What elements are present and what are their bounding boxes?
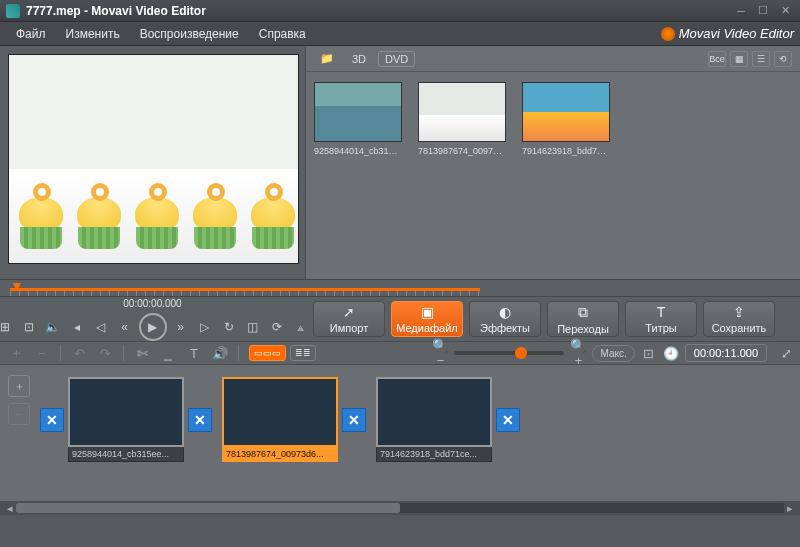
media-toolbar: 📁 3D DVD Все ▦ ☰ ⟲ <box>306 46 800 72</box>
tab-label: Переходы <box>557 323 609 335</box>
play-button[interactable]: ▶ <box>139 313 167 341</box>
mute-button[interactable]: 🔈 <box>43 317 63 337</box>
fit-button[interactable]: ⊡ <box>641 346 657 361</box>
window-title: 7777.mep - Movavi Video Editor <box>26 4 206 18</box>
media-clip-caption: 7813987674_00973d6d... <box>418 146 506 156</box>
media-clip[interactable]: 7813987674_00973d6d... <box>418 82 506 156</box>
filter-all-button[interactable]: Все <box>708 51 726 67</box>
timeline-view-button[interactable]: ≣≣ <box>290 345 316 361</box>
add-track-button[interactable]: ＋ <box>8 344 24 362</box>
close-button[interactable]: ✕ <box>776 4 794 18</box>
view-link-button[interactable]: ⟲ <box>774 51 792 67</box>
titles-icon: T <box>657 304 666 320</box>
minimize-button[interactable]: ─ <box>732 4 750 18</box>
tab-label: Титры <box>645 322 676 334</box>
tab-label: Эффекты <box>480 322 530 334</box>
tab-label: Импорт <box>330 322 368 334</box>
zoom-slider[interactable] <box>454 351 564 355</box>
timeline-clip-caption: 7813987674_00973d6... <box>222 447 338 462</box>
tab-label: Сохранить <box>712 322 767 334</box>
mode-a-button[interactable]: ⊞ <box>0 317 15 337</box>
media-clip-caption: 9258944014_cb315eef1... <box>314 146 402 156</box>
timeline-clip-caption: 7914623918_bdd71ce... <box>376 447 492 462</box>
brand-label: Movavi Video Editor <box>661 26 794 41</box>
folder-button[interactable]: 📁 <box>314 50 340 67</box>
menu-file[interactable]: Файл <box>6 24 56 44</box>
media-clip[interactable]: 7914623918_bdd71ce... <box>522 82 610 156</box>
zoom-out-button[interactable]: 🔍− <box>432 338 448 368</box>
rewind-button[interactable]: « <box>115 317 135 337</box>
tab-effects[interactable]: ◐ Эффекты <box>469 301 541 337</box>
menu-bar: Файл Изменить Воспроизведение Справка Mo… <box>0 22 800 46</box>
preview-viewport[interactable] <box>8 54 299 264</box>
timeline-clip-caption: 9258944014_cb315ee... <box>68 447 184 462</box>
tab-transitions[interactable]: ⧉ Переходы <box>547 301 619 337</box>
brand-icon <box>661 27 675 41</box>
transition-slot[interactable]: ✕ <box>342 408 366 432</box>
zoom-in-button[interactable]: 🔍+ <box>570 338 586 368</box>
tab-media[interactable]: ▣ Медиафайл <box>391 301 463 337</box>
tab-titles[interactable]: T Титры <box>625 301 697 337</box>
brand-text: Movavi Video Editor <box>679 26 794 41</box>
dvd-button[interactable]: DVD <box>378 51 415 67</box>
transition-slot[interactable]: ✕ <box>496 408 520 432</box>
timeline-clip[interactable]: 7813987674_00973d6... <box>222 377 338 462</box>
seek-ruler[interactable]: ▼ <box>0 279 800 297</box>
menu-playback[interactable]: Воспроизведение <box>130 24 249 44</box>
3d-button[interactable]: 3D <box>346 51 372 67</box>
redo-button[interactable]: ↷ <box>97 346 113 361</box>
timeline-toolbar: ＋ − ↶ ↷ ✄ ⎯ T 🔊 ▭▭▭ ≣≣ 🔍− 🔍+ Макс. ⊡ 🕘 0… <box>0 341 800 365</box>
timeline[interactable]: ＋ − ✕ 9258944014_cb315ee... ✕ 7813987674… <box>0 365 800 501</box>
timeline-clip[interactable]: 7914623918_bdd71ce... <box>376 377 492 462</box>
timeline-add-button[interactable]: ＋ <box>8 375 30 397</box>
tab-import[interactable]: ➚ Импорт <box>313 301 385 337</box>
tab-label: Медиафайл <box>396 322 458 334</box>
media-clip-caption: 7914623918_bdd71ce... <box>522 146 610 156</box>
view-grid-button[interactable]: ▦ <box>730 51 748 67</box>
forward-button[interactable]: » <box>171 317 191 337</box>
project-duration: 00:00:11.000 <box>685 344 767 362</box>
transitions-icon: ⧉ <box>578 304 588 321</box>
rotate-button[interactable]: ⟳ <box>267 317 287 337</box>
title-bar: 7777.mep - Movavi Video Editor ─ ☐ ✕ <box>0 0 800 22</box>
expand-button[interactable]: ⤢ <box>781 346 792 361</box>
media-clip[interactable]: 9258944014_cb315eef1... <box>314 82 402 156</box>
scroll-right-button[interactable]: ▸ <box>784 502 796 515</box>
step-back-button[interactable]: ◁ <box>91 317 111 337</box>
loop-button[interactable]: ↻ <box>219 317 239 337</box>
transition-slot[interactable]: ✕ <box>188 408 212 432</box>
timeline-clip[interactable]: 9258944014_cb315ee... <box>68 377 184 462</box>
folder-icon: 📁 <box>320 52 334 65</box>
transition-slot[interactable]: ✕ <box>40 408 64 432</box>
timeline-scrollbar[interactable]: ◂ ▸ <box>0 501 800 515</box>
clock-icon: 🕘 <box>663 346 679 361</box>
menu-edit[interactable]: Изменить <box>56 24 130 44</box>
maximize-button[interactable]: ☐ <box>754 4 772 18</box>
import-icon: ➚ <box>343 304 355 320</box>
text-button[interactable]: T <box>186 346 202 361</box>
menu-help[interactable]: Справка <box>249 24 316 44</box>
step-fwd-button[interactable]: ▷ <box>195 317 215 337</box>
cut-button[interactable]: ✄ <box>134 346 150 361</box>
transport-controls: ⊞ ⊡ 🔈 ◂ ◁ « ▶ » ▷ ↻ ◫ ⟳ ⟁ <box>0 313 311 341</box>
remove-track-button[interactable]: − <box>34 346 50 361</box>
undo-button[interactable]: ↶ <box>71 346 87 361</box>
audio-button[interactable]: 🔊 <box>212 346 228 361</box>
snapshot-button[interactable]: ◫ <box>243 317 263 337</box>
timeline-remove-button[interactable]: − <box>8 403 30 425</box>
mode-b-button[interactable]: ⊡ <box>19 317 39 337</box>
zoom-max-button[interactable]: Макс. <box>592 345 634 362</box>
prev-frame-button[interactable]: ◂ <box>67 317 87 337</box>
media-icon: ▣ <box>421 304 434 320</box>
split-button[interactable]: ⎯ <box>160 346 176 361</box>
tab-save[interactable]: ⇪ Сохранить <box>703 301 775 337</box>
preview-pane <box>0 46 305 279</box>
view-list-button[interactable]: ☰ <box>752 51 770 67</box>
media-panel: 📁 3D DVD Все ▦ ☰ ⟲ 9258944014_cb315eef1.… <box>305 46 800 279</box>
media-grid[interactable]: 9258944014_cb315eef1... 7813987674_00973… <box>306 72 800 279</box>
scroll-left-button[interactable]: ◂ <box>4 502 16 515</box>
app-icon <box>6 4 20 18</box>
scroll-thumb[interactable] <box>16 503 400 513</box>
storyboard-view-button[interactable]: ▭▭▭ <box>249 345 286 361</box>
save-icon: ⇪ <box>733 304 745 320</box>
